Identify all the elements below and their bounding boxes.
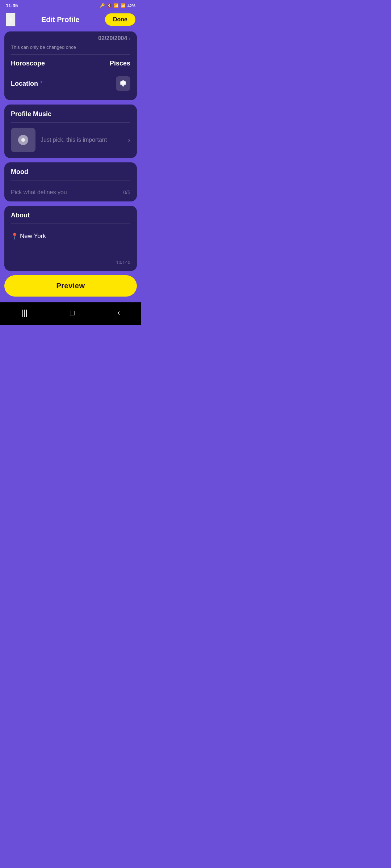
horoscope-value: Pisces (110, 60, 130, 67)
location-row[interactable]: Location * (11, 71, 130, 94)
about-header: About (11, 212, 130, 224)
nav-bar: ||| □ ‹ (0, 302, 141, 325)
main-content: 02/20/2004 › This can only be changed on… (0, 31, 141, 271)
chevron-right-icon: › (128, 136, 130, 144)
pin-emoji: 📍 (11, 233, 18, 240)
nav-menu-button[interactable]: ||| (14, 307, 35, 319)
page-title: Edit Profile (41, 16, 80, 24)
date-value: 02/20/2004 (98, 35, 127, 42)
music-selector[interactable]: Just pick, this is important › (11, 128, 130, 152)
signal-icon: 📶 (121, 3, 126, 8)
about-char-count: 10/140 (116, 260, 130, 265)
preview-button[interactable]: Preview (4, 275, 137, 297)
status-time: 11:35 (6, 3, 18, 8)
horoscope-label: Horoscope (11, 60, 45, 67)
profile-music-header: Profile Music (11, 110, 130, 123)
wifi-icon: 📶 (114, 3, 119, 8)
mute-icon: 🔇 (107, 3, 112, 8)
location-label: Location (11, 80, 38, 88)
mood-placeholder: Pick what defines you (11, 189, 67, 196)
date-row: 02/20/2004 › (11, 35, 130, 44)
mood-count: 0/5 (123, 190, 130, 195)
required-indicator: * (40, 80, 42, 87)
about-card: About 📍 New York 10/140 (4, 206, 137, 271)
status-bar: 11:35 🔑 🔇 📶 📶 42% (0, 0, 141, 10)
location-arrow-icon (119, 80, 127, 88)
mood-card: Mood Pick what defines you 0/5 (4, 162, 137, 201)
battery-indicator: 42% (127, 4, 135, 8)
location-label-group: Location * (11, 80, 42, 88)
mood-header: Mood (11, 168, 130, 180)
location-button[interactable] (116, 76, 130, 91)
nav-back-button[interactable]: ‹ (110, 307, 127, 319)
header: ‹ Edit Profile Done (0, 10, 141, 31)
profile-info-card: 02/20/2004 › This can only be changed on… (4, 31, 137, 100)
mood-selector[interactable]: Pick what defines you 0/5 (11, 186, 130, 196)
music-disc (18, 135, 28, 145)
about-location-text: New York (20, 233, 46, 240)
about-content-area[interactable]: 📍 New York 10/140 (11, 229, 130, 265)
preview-button-container: Preview (0, 271, 141, 302)
horoscope-row: Horoscope Pisces (11, 54, 130, 71)
back-button[interactable]: ‹ (6, 13, 16, 26)
nav-home-button[interactable]: □ (63, 307, 82, 319)
change-note: This can only be changed once (11, 44, 130, 54)
key-icon: 🔑 (100, 3, 105, 8)
profile-music-card: Profile Music Just pick, this is importa… (4, 105, 137, 158)
about-text: 📍 New York (11, 233, 130, 240)
done-button[interactable]: Done (105, 13, 135, 26)
music-placeholder: Just pick, this is important (41, 136, 123, 144)
date-arrow-icon: › (129, 35, 130, 41)
music-thumbnail (11, 128, 35, 152)
music-disc-dot (21, 138, 25, 142)
svg-marker-0 (120, 80, 126, 87)
status-icons: 🔑 🔇 📶 📶 42% (100, 3, 135, 8)
